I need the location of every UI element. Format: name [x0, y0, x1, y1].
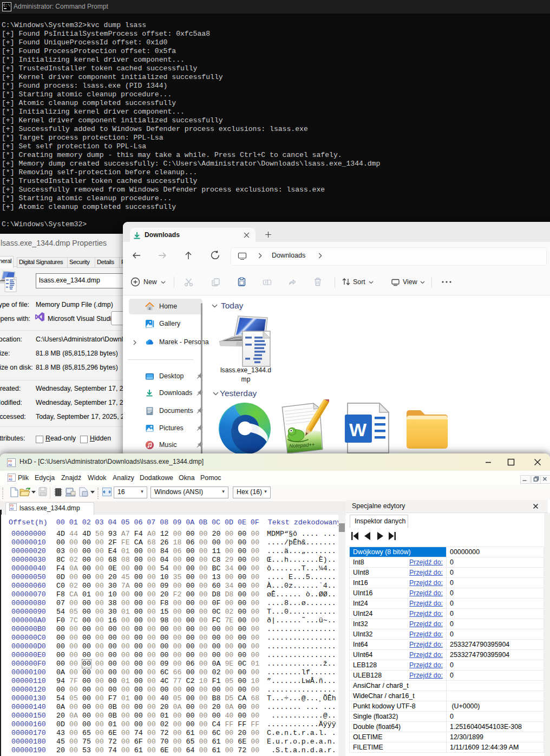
svg-text:A0: A0 — [9, 478, 12, 482]
svg-text:A0: A0 — [10, 508, 14, 511]
svg-text:W: W — [349, 419, 367, 440]
svg-text:A0: A0 — [8, 463, 12, 467]
svg-text:FD: FD — [10, 504, 14, 508]
svg-text:C:\: C:\ — [3, 3, 10, 8]
svg-text:FD: FD — [8, 459, 12, 463]
